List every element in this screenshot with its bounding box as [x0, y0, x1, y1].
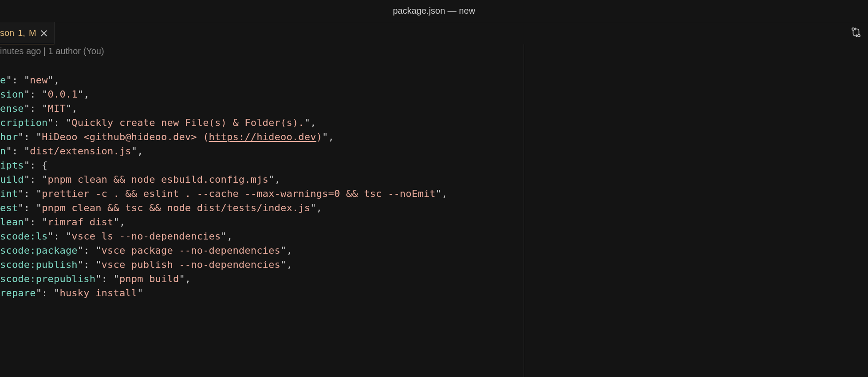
tab-package-json[interactable]: son 1, M — [0, 22, 55, 44]
tab-problems-count: 1, — [18, 28, 25, 38]
tab-bar-actions — [850, 22, 862, 44]
code-line: est": "pnpm clean && tsc && node dist/te… — [0, 201, 524, 215]
minimap-pane[interactable] — [524, 44, 868, 377]
json-key: scode:publish — [0, 259, 78, 270]
code-line: cription": "Quickly create new File(s) &… — [0, 116, 524, 130]
code-line: scode:prepublish": "pnpm build", — [0, 272, 524, 286]
json-key: n — [0, 145, 6, 157]
json-string: vsce publish --no-dependencies — [102, 259, 280, 270]
json-string: rimraf dist — [48, 216, 114, 228]
json-string: new — [30, 75, 47, 86]
code-line: uild": "pnpm clean && node esbuild.confi… — [0, 173, 524, 187]
json-key: sion — [0, 89, 24, 100]
json-key: ipts — [0, 160, 24, 171]
blank-line — [0, 59, 524, 73]
json-string: 0.0.1 — [48, 89, 78, 100]
json-string: vsce ls --no-dependencies — [71, 231, 221, 242]
json-string: ) — [316, 131, 322, 142]
json-key: scode:ls — [0, 231, 48, 242]
json-key: int — [0, 188, 18, 199]
hyperlink[interactable]: https://hideoo.dev — [209, 131, 316, 142]
close-icon[interactable] — [40, 29, 48, 37]
json-key: e — [0, 75, 6, 86]
json-string: MIT — [48, 103, 66, 114]
json-string: pnpm build — [119, 273, 179, 284]
json-string: vsce package --no-dependencies — [102, 245, 280, 256]
code-line: repare": "husky install" — [0, 286, 524, 300]
json-string: HiDeoo <github@hideoo.dev> ( — [42, 131, 209, 142]
json-key: cription — [0, 117, 48, 128]
json-string: dist/extension.js — [30, 145, 131, 157]
json-string: Quickly create new File(s) & Folder(s). — [71, 117, 304, 128]
code-line: hor": "HiDeoo <github@hideoo.dev> (https… — [0, 130, 524, 144]
code-line: n": "dist/extension.js", — [0, 144, 524, 158]
tab-modified-indicator: M — [29, 28, 36, 38]
json-string: prettier -c . && eslint . --cache --max-… — [42, 188, 435, 199]
code-line: int": "prettier -c . && eslint . --cache… — [0, 187, 524, 201]
compare-changes-icon[interactable] — [850, 27, 862, 40]
code-line: scode:publish": "vsce publish --no-depen… — [0, 258, 524, 272]
code-line: scode:ls": "vsce ls --no-dependencies", — [0, 229, 524, 243]
json-key: ense — [0, 103, 24, 114]
editor[interactable]: inutes ago | 1 author (You) e": "new", s… — [0, 44, 524, 377]
code-line: sion": "0.0.1", — [0, 87, 524, 102]
window-title: package.json — new — [393, 6, 475, 16]
json-key: uild — [0, 174, 24, 185]
json-key: scode:package — [0, 245, 78, 256]
json-key: repare — [0, 287, 36, 298]
json-string: husky install — [59, 287, 137, 298]
code-line: lean": "rimraf dist", — [0, 215, 524, 229]
json-key: hor — [0, 131, 18, 142]
titlebar: package.json — new — [0, 0, 868, 22]
json-key: scode:prepublish — [0, 273, 95, 284]
json-key: est — [0, 202, 18, 213]
editor-wrap: inutes ago | 1 author (You) e": "new", s… — [0, 44, 868, 377]
code-line: scode:package": "vsce package --no-depen… — [0, 243, 524, 258]
json-key: lean — [0, 216, 24, 228]
json-string: pnpm clean && tsc && node dist/tests/ind… — [42, 202, 310, 213]
codelens-authors[interactable]: inutes ago | 1 author (You) — [0, 44, 524, 59]
json-string: pnpm clean && node esbuild.config.mjs — [48, 174, 268, 185]
code-line: e": "new", — [0, 73, 524, 87]
tab-filename: son — [0, 28, 14, 38]
code-line: ipts": { — [0, 158, 524, 173]
tab-bar: son 1, M — [0, 22, 868, 44]
code-line: ense": "MIT", — [0, 102, 524, 116]
